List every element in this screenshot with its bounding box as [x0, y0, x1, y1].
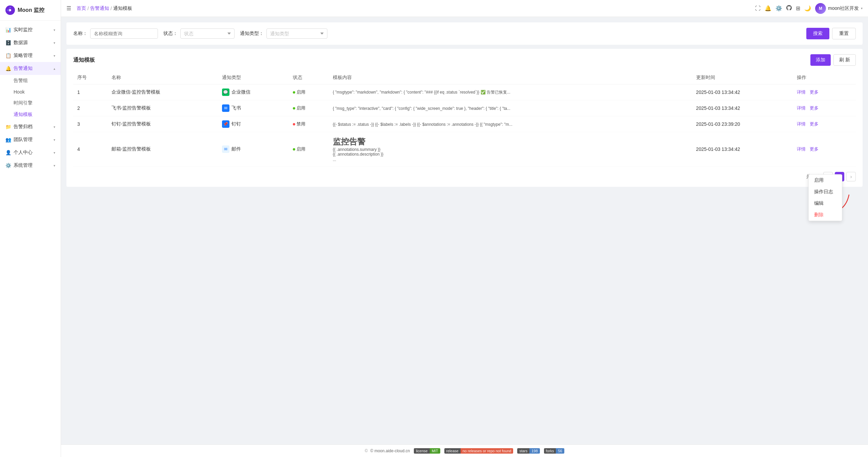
sidebar-item-archive[interactable]: 📁 告警归档 ▾ [0, 120, 61, 133]
search-button[interactable]: 搜索 [806, 28, 829, 39]
notify-type-select[interactable]: 通知类型 企业微信 飞书 钉钉 邮件 [266, 28, 327, 39]
cell-name: 邮箱-监控告警模板 [107, 132, 218, 166]
sidebar-item-system[interactable]: ⚙️ 系统管理 ▾ [0, 159, 61, 172]
sidebar-item-realtime[interactable]: 📊 实时监控 ▾ [0, 23, 61, 36]
table-row: 1 企业微信-监控告警模板 💬 企业微信 启用 { "msgtype": "ma… [73, 84, 856, 100]
notify-template-table: 序号 名称 通知类型 状态 模板内容 更新时间 操作 1 企业微信-监控告警模板… [73, 71, 856, 166]
sidebar-item-notify-template[interactable]: 通知模板 [14, 109, 61, 120]
sidebar-item-personal[interactable]: 👤 个人中心 ▾ [0, 146, 61, 159]
chevron-icon: ▾ [54, 28, 55, 32]
cell-actions: 详情 更多 [793, 84, 856, 100]
sidebar-nav: 📊 实时监控 ▾ 🗄️ 数据源 ▾ 📋 策略管理 ▾ 🔔 告警通知 [0, 21, 61, 457]
chevron-icon: ▾ [54, 164, 55, 167]
license-badge: license MIT [414, 448, 440, 454]
refresh-button[interactable]: 刷 新 [833, 54, 856, 66]
realtime-icon: 📊 [5, 27, 11, 33]
forks-label: forks [544, 448, 556, 454]
forks-value: 56 [556, 448, 564, 454]
license-value: MIT [430, 448, 440, 454]
add-button[interactable]: 添加 [810, 54, 831, 66]
table-row: 3 钉钉-监控告警模板 📌 钉钉 禁用 {{- $status := .stat… [73, 116, 856, 132]
cell-content: { "msg_type": "interactive", "card": { "… [329, 100, 692, 116]
chevron-icon: ▾ [54, 54, 55, 58]
more-dropdown-menu: 启用 操作日志 编辑 删除 [808, 174, 842, 221]
action-more[interactable]: 更多 [810, 146, 819, 152]
user-chevron-icon: ▾ [861, 6, 863, 10]
footer: © © moon.aide-cloud.cn license MIT relea… [61, 444, 868, 457]
cell-type: 📌 钉钉 [218, 116, 289, 132]
action-more[interactable]: 更多 [810, 90, 819, 95]
settings-icon[interactable]: ⚙️ [775, 5, 782, 12]
personal-icon: 👤 [5, 150, 11, 155]
breadcrumb-parent[interactable]: 告警通知 [90, 5, 109, 12]
avatar: M [815, 3, 826, 14]
release-value: no releases or repo not found [461, 448, 513, 454]
table-title: 通知模板 [73, 57, 95, 64]
cell-status: 启用 [289, 132, 329, 166]
cell-status: 禁用 [289, 116, 329, 132]
action-detail[interactable]: 详情 [797, 146, 806, 152]
system-icon: ⚙️ [5, 163, 11, 168]
cell-content: 监控告警 {{ .annotations.summary }} {{ .anno… [329, 132, 692, 166]
user-name: moon社区开发 [828, 5, 859, 12]
menu-toggle-icon[interactable]: ☰ [66, 5, 71, 12]
status-select[interactable]: 状态 启用 禁用 [180, 28, 235, 39]
breadcrumb-home[interactable]: 首页 [77, 5, 86, 12]
cell-content: { "msgtype": "markdown", "markdown": { "… [329, 84, 692, 100]
sidebar-item-team[interactable]: 👥 团队管理 ▾ [0, 133, 61, 146]
stars-label: stars [517, 448, 529, 454]
sidebar-item-time-strike[interactable]: 时间引擎 [14, 97, 61, 109]
breadcrumb-current: 通知模板 [113, 5, 132, 12]
cell-update-time: 2025-01-03 13:34:42 [692, 132, 793, 166]
cell-id: 3 [73, 116, 107, 132]
chevron-icon: ▾ [54, 125, 55, 129]
name-input[interactable] [90, 28, 158, 39]
col-name: 名称 [107, 71, 218, 84]
cell-type: 💬 企业微信 [218, 84, 289, 100]
action-more[interactable]: 更多 [810, 121, 819, 126]
sidebar-item-strategy[interactable]: 📋 策略管理 ▾ [0, 49, 61, 62]
github-icon[interactable] [786, 5, 792, 12]
cell-name: 钉钉-监控告警模板 [107, 116, 218, 132]
col-type: 通知类型 [218, 71, 289, 84]
cell-type: ✉ 飞书 [218, 100, 289, 116]
sidebar-item-datasource[interactable]: 🗄️ 数据源 ▾ [0, 36, 61, 49]
user-info[interactable]: M moon社区开发 ▾ [815, 3, 863, 14]
next-page-button[interactable]: › [846, 172, 856, 181]
action-more[interactable]: 更多 [810, 105, 819, 111]
sidebar-item-hook[interactable]: Hook [14, 86, 61, 97]
logo-icon [5, 5, 15, 15]
stars-value: 198 [529, 448, 540, 454]
status-filter: 状态： 状态 启用 禁用 [163, 28, 235, 39]
dropdown-operation-log[interactable]: 操作日志 [809, 186, 842, 198]
table-header: 通知模板 添加 刷 新 [73, 54, 856, 66]
dropdown-delete[interactable]: 删除 [809, 209, 842, 221]
chevron-icon: ▾ [54, 41, 55, 45]
release-badge: release no releases or repo not found [444, 448, 513, 454]
sidebar-item-alert[interactable]: 🔔 告警通知 ▴ [0, 62, 61, 75]
topbar-right: ⛶ 🔔 ⚙️ ⊞ 🌙 M moon社区开发 ▾ [755, 3, 863, 14]
action-detail[interactable]: 详情 [797, 105, 806, 111]
cell-id: 2 [73, 100, 107, 116]
apps-icon[interactable]: ⊞ [796, 5, 800, 12]
table-card: 通知模板 添加 刷 新 序号 名称 通知类型 状态 模板内容 更新时间 操作 [66, 49, 863, 187]
archive-icon: 📁 [5, 124, 11, 130]
svg-point-1 [9, 9, 11, 11]
dropdown-enable[interactable]: 启用 [809, 175, 842, 186]
filter-bar: 名称： 状态： 状态 启用 禁用 通知类型： 通知类型 企业微信 飞书 钉钉 邮 [66, 22, 863, 45]
expand-icon[interactable]: ⛶ [755, 5, 761, 12]
reset-button[interactable]: 重置 [832, 28, 856, 39]
breadcrumb: 首页 / 告警通知 / 通知模板 [77, 5, 752, 12]
bell-icon[interactable]: 🔔 [765, 5, 771, 12]
topbar: ☰ 首页 / 告警通知 / 通知模板 ⛶ 🔔 ⚙️ ⊞ 🌙 M moon社区开发… [61, 0, 868, 17]
theme-icon[interactable]: 🌙 [804, 5, 811, 12]
col-id: 序号 [73, 71, 107, 84]
sidebar-item-alert-group[interactable]: 告警组 [14, 75, 61, 86]
action-detail[interactable]: 详情 [797, 121, 806, 126]
col-actions: 操作 [793, 71, 856, 84]
col-status: 状态 [289, 71, 329, 84]
action-detail[interactable]: 详情 [797, 90, 806, 95]
breadcrumb-sep2: / [110, 6, 112, 11]
dropdown-edit[interactable]: 编辑 [809, 198, 842, 209]
cell-name: 飞书-监控告警模板 [107, 100, 218, 116]
